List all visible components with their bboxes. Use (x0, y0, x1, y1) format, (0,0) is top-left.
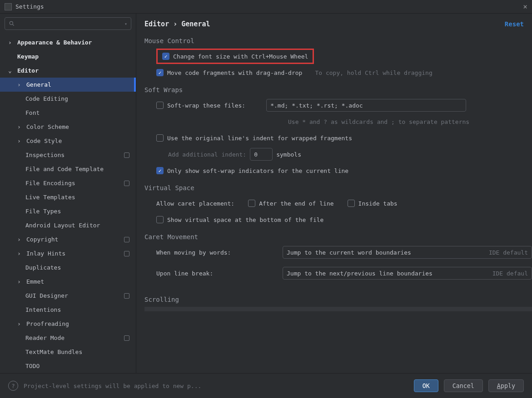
project-level-badge-icon (124, 152, 129, 158)
tree-item-label: Intentions (25, 306, 61, 313)
ok-button[interactable]: OK (414, 379, 438, 392)
chevron-right-icon: › (17, 278, 23, 285)
tree-item-file-types[interactable]: File Types (0, 204, 136, 218)
tree-item-emmet[interactable]: ›Emmet (0, 275, 136, 289)
checkbox-use-indent[interactable] (156, 134, 164, 142)
checkbox-soft-wrap-files[interactable] (156, 102, 164, 109)
tree-item-editor[interactable]: ⌄Editor (0, 64, 136, 78)
sidebar: ▾ ›Appearance & BehaviorKeymap⌄Editor›Ge… (0, 14, 136, 373)
tree-item-gui-designer[interactable]: GUI Designer (0, 289, 136, 303)
label-add-indent: Add additional indent: (168, 151, 246, 158)
project-level-badge-icon (124, 237, 129, 242)
input-soft-wrap-patterns[interactable] (266, 99, 466, 112)
input-add-indent[interactable] (250, 148, 273, 161)
tree-item-keymap[interactable]: Keymap (0, 49, 136, 64)
section-soft-wraps: Soft Wraps (144, 81, 532, 97)
app-icon (5, 3, 12, 10)
section-caret-movement: Caret Movement (144, 228, 532, 244)
tree-item-appearance-behavior[interactable]: ›Appearance & Behavior (0, 35, 136, 49)
tree-item-label: File and Code Template (25, 166, 104, 172)
label-by-words: When moving by words: (156, 249, 279, 256)
project-level-badge-icon (124, 251, 129, 256)
tree-item-intentions[interactable]: Intentions (0, 303, 136, 317)
tree-item-label: Emmet (26, 278, 44, 285)
label-only-current: Only show soft-wrap indicators for the c… (167, 167, 348, 174)
highlight-change-font: Change font size with Ctrl+Mouse Wheel (156, 49, 314, 64)
chevron-down-icon: ▾ (124, 21, 127, 26)
reset-link[interactable]: Reset (505, 20, 524, 28)
chevron-right-icon: › (8, 39, 14, 46)
tree-item-label: File Types (25, 208, 61, 215)
tree-item-label: File Encodings (25, 180, 75, 187)
checkbox-bottom-space[interactable] (156, 216, 164, 223)
tree-item-label: Appearance & Behavior (17, 39, 92, 46)
tree-item-label: Color Scheme (26, 123, 69, 130)
hint-move-fragments: To copy, hold Ctrl while dragging (315, 69, 432, 76)
help-icon[interactable]: ? (8, 381, 18, 391)
label-change-font: Change font size with Ctrl+Mouse Wheel (173, 53, 308, 60)
tree-item-label: Editor (17, 67, 39, 74)
svg-point-0 (10, 21, 13, 25)
tree-item-textmate-bundles[interactable]: TextMate Bundles (0, 345, 136, 359)
tree-item-reader-mode[interactable]: Reader Mode (0, 331, 136, 345)
select-line-break[interactable]: Jump to the next/previous line boundarie… (283, 267, 532, 280)
tree-item-duplicates[interactable]: Duplicates (0, 260, 136, 275)
tree-item-font[interactable]: Font (0, 106, 136, 120)
checkbox-after-eol[interactable] (248, 200, 255, 207)
checkbox-change-font[interactable] (162, 53, 169, 60)
chevron-down-icon: ⌄ (8, 67, 14, 74)
checkbox-move-fragments[interactable] (156, 69, 164, 76)
label-use-indent: Use the original line's indent for wrapp… (167, 135, 352, 142)
chevron-right-icon: › (17, 236, 23, 243)
tree-item-inlay-hints[interactable]: ›Inlay Hints (0, 246, 136, 260)
tree-item-general[interactable]: ›General (0, 78, 136, 92)
tree-item-label: GUI Designer (25, 292, 68, 299)
tree-item-code-style[interactable]: ›Code Style (0, 134, 136, 148)
tree-item-label: General (26, 81, 51, 88)
chevron-right-icon: › (17, 320, 23, 327)
tree-item-code-editing[interactable]: Code Editing (0, 92, 136, 106)
close-icon[interactable]: × (523, 2, 527, 11)
project-level-badge-icon (124, 335, 129, 341)
main-panel: Editor › General Reset Mouse Control Cha… (136, 14, 532, 373)
chevron-right-icon: › (17, 81, 23, 88)
label-inside-tabs: Inside tabs (358, 200, 398, 207)
apply-button[interactable]: Apply (488, 379, 524, 392)
label-bottom-space: Show virtual space at the bottom of the … (167, 216, 323, 223)
tree-item-label: Android Layout Editor (25, 222, 100, 229)
tree-item-label: Keymap (17, 53, 39, 60)
tree-item-label: TextMate Bundles (25, 349, 82, 355)
chevron-right-icon: › (17, 123, 23, 130)
window-title: Settings (15, 3, 44, 10)
svg-line-1 (13, 25, 14, 26)
tree-item-label: Inlay Hints (26, 250, 65, 257)
checkbox-inside-tabs[interactable] (348, 200, 355, 207)
horizontal-scrollbar[interactable] (144, 307, 532, 311)
tree-item-android-layout-editor[interactable]: Android Layout Editor (0, 218, 136, 232)
tree-item-proofreading[interactable]: ›Proofreading (0, 317, 136, 331)
tree-item-label: Reader Mode (25, 334, 65, 341)
search-input[interactable]: ▾ (5, 17, 131, 30)
hint-soft-wrap: Use * and ? as wildcards and ; to separa… (288, 118, 469, 125)
tree-item-label: TODO (25, 363, 40, 369)
tree-item-file-encodings[interactable]: File Encodings (0, 176, 136, 190)
label-caret-placement: Allow caret placement: (156, 200, 234, 207)
tree-item-inspections[interactable]: Inspections (0, 148, 136, 162)
label-after-eol: After the end of line (259, 200, 333, 207)
content-scroll[interactable]: Mouse Control Change font size with Ctrl… (136, 32, 532, 373)
tree-item-copyright[interactable]: ›Copyright (0, 232, 136, 246)
tree-item-color-scheme[interactable]: ›Color Scheme (0, 120, 136, 134)
tree-item-label: Code Style (26, 138, 62, 144)
settings-tree[interactable]: ›Appearance & BehaviorKeymap⌄Editor›Gene… (0, 34, 136, 373)
tree-item-todo[interactable]: TODO (0, 359, 136, 373)
section-virtual-space: Virtual Space (144, 179, 532, 195)
section-scrolling: Scrolling (144, 290, 532, 307)
cancel-button[interactable]: Cancel (444, 379, 483, 392)
label-move-fragments: Move code fragments with drag-and-drop (167, 69, 302, 76)
section-mouse-control: Mouse Control (144, 32, 532, 48)
tree-item-live-templates[interactable]: Live Templates (0, 190, 136, 204)
checkbox-only-current[interactable] (156, 167, 164, 174)
tree-item-file-and-code-template[interactable]: File and Code Template (0, 162, 136, 176)
select-by-words[interactable]: Jump to the current word boundaries IDE … (283, 246, 532, 259)
footer-message: Project-level settings will be applied t… (24, 383, 408, 389)
